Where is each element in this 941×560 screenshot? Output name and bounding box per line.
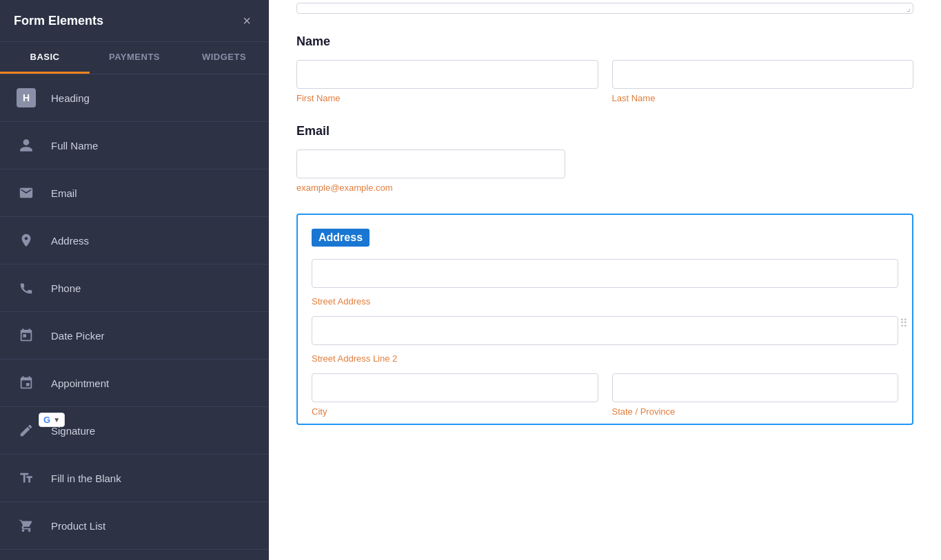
last-name-field: Last Name <box>612 60 914 103</box>
sidebar-item-signature[interactable]: Signature G ▼ <box>0 407 269 455</box>
email-row: example@example.com <box>296 149 913 193</box>
tab-payments[interactable]: PAYMENTS <box>90 42 179 74</box>
first-name-field: First Name <box>296 60 598 103</box>
sidebar-item-label: Product List <box>51 520 105 532</box>
street-address-label: Street Address <box>312 296 898 307</box>
sidebar-item-label: Appointment <box>51 377 109 389</box>
sidebar-title: Form Elements <box>14 14 103 28</box>
city-input[interactable] <box>312 373 598 402</box>
calendar-icon <box>14 323 39 348</box>
cart-icon <box>14 513 39 538</box>
sidebar-item-heading[interactable]: H Heading <box>0 74 269 122</box>
street-address2-field: Street Address Line 2 ⠿ <box>312 316 898 364</box>
name-row: First Name Last Name <box>296 60 913 103</box>
sidebar-item-label: Phone <box>51 282 81 294</box>
street-address2-input[interactable] <box>312 316 898 345</box>
sidebar-tabs: BASIC PAYMENTS WIDGETS <box>0 42 269 74</box>
sidebar-item-address[interactable]: Address <box>0 217 269 265</box>
email-field: example@example.com <box>296 149 565 193</box>
text-icon <box>14 466 39 490</box>
sidebar-item-label: Heading <box>51 92 90 104</box>
email-placeholder-label: example@example.com <box>296 183 565 193</box>
street-address-input[interactable] <box>312 259 898 288</box>
city-field: City <box>312 373 598 417</box>
person-icon <box>14 133 39 158</box>
street-address2-label: Street Address Line 2 <box>312 353 898 364</box>
address-block: Address Street Address Street Address Li… <box>296 214 913 425</box>
first-name-input[interactable] <box>296 60 598 89</box>
sidebar: Form Elements × BASIC PAYMENTS WIDGETS H… <box>0 0 269 560</box>
location-icon <box>14 228 39 253</box>
sidebar-item-date-picker[interactable]: Date Picker <box>0 312 269 360</box>
first-name-label: First Name <box>296 93 598 103</box>
sidebar-item-label: Address <box>51 235 89 247</box>
email-icon <box>14 180 39 205</box>
sidebar-item-phone[interactable]: Phone <box>0 265 269 312</box>
appointment-icon <box>14 371 39 395</box>
address-block-title[interactable]: Address <box>312 229 370 247</box>
close-button[interactable]: × <box>239 12 255 29</box>
sidebar-item-label: Fill in the Blank <box>51 473 121 484</box>
last-name-input[interactable] <box>612 60 914 89</box>
sidebar-header: Form Elements × <box>0 0 269 42</box>
heading-icon: H <box>14 85 39 110</box>
email-section-title: Email <box>296 124 913 138</box>
top-textarea: ⌟ <box>296 3 913 14</box>
main-content: ⌟ Name First Name Last Name Email exampl… <box>269 0 941 560</box>
email-section: Email example@example.com <box>296 124 913 193</box>
sidebar-item-product-list[interactable]: Product List <box>0 502 269 550</box>
sidebar-item-label: Email <box>51 187 77 199</box>
state-input[interactable] <box>612 373 899 402</box>
name-section-title: Name <box>296 34 913 49</box>
tab-widgets[interactable]: WIDGETS <box>179 42 269 74</box>
name-section: Name First Name Last Name <box>296 34 913 103</box>
signature-icon <box>14 418 39 443</box>
city-state-row: City State / Province <box>312 373 898 417</box>
tab-basic[interactable]: BASIC <box>0 42 90 74</box>
state-label: State / Province <box>612 406 899 417</box>
last-name-label: Last Name <box>612 93 914 103</box>
drag-handle-icon[interactable]: ⠿ <box>900 317 908 330</box>
sidebar-item-full-name[interactable]: Full Name <box>0 122 269 169</box>
sidebar-items-list: H Heading Full Name Email Address <box>0 74 269 560</box>
email-input[interactable] <box>296 149 565 178</box>
gtranslate-badge: G ▼ <box>39 413 65 427</box>
state-field: State / Province <box>612 373 899 417</box>
sidebar-item-appointment[interactable]: Appointment <box>0 360 269 407</box>
city-label: City <box>312 406 598 417</box>
phone-icon <box>14 276 39 300</box>
street-address-field: Street Address <box>312 259 898 307</box>
sidebar-item-email[interactable]: Email <box>0 169 269 217</box>
sidebar-item-label: Date Picker <box>51 330 105 342</box>
sidebar-item-fill-blank[interactable]: Fill in the Blank <box>0 455 269 502</box>
sidebar-item-label: Full Name <box>51 140 98 152</box>
